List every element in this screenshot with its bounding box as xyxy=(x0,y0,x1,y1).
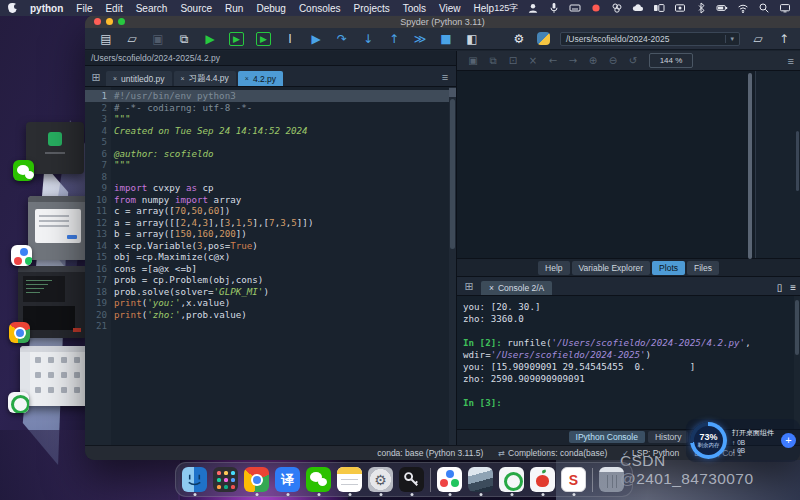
open-file-icon[interactable]: ▱ xyxy=(119,29,145,49)
dock-icon-wechat[interactable] xyxy=(306,467,331,492)
browse-tabs-icon[interactable]: ⊞ xyxy=(88,68,104,86)
apple-menu-icon[interactable] xyxy=(8,3,17,13)
tab-options-icon[interactable]: ≡ xyxy=(437,68,453,86)
code-line-5[interactable]: 5 xyxy=(85,136,456,148)
plots-options-icon[interactable]: ≡ xyxy=(788,55,794,67)
editor-scrollbar-thumb[interactable] xyxy=(450,99,455,249)
input-method-indicator[interactable]: 125字 xyxy=(494,2,518,15)
menu-item-view[interactable]: View xyxy=(439,3,461,14)
close-console-icon[interactable]: × xyxy=(489,283,494,293)
code-line-21[interactable]: 21 xyxy=(85,320,456,332)
dock-icon-chrome[interactable] xyxy=(244,467,269,492)
run-icon[interactable]: ▶ xyxy=(197,29,223,49)
maximize-pane-icon[interactable]: ◧ xyxy=(459,29,485,49)
save-all-icon[interactable]: ⧉ xyxy=(171,29,197,49)
minimized-window-dark-app[interactable] xyxy=(26,122,84,174)
browse-directory-icon[interactable]: ▱ xyxy=(750,29,766,49)
bottom-tab-ipython-console[interactable]: IPython Console xyxy=(569,431,645,443)
shapes-icon[interactable] xyxy=(610,2,623,15)
debug-stop-icon[interactable]: ■ xyxy=(433,29,459,49)
menu-item-projects[interactable]: Projects xyxy=(354,3,390,14)
run-selection-icon[interactable]: I xyxy=(277,29,303,49)
editor-scrollbar[interactable] xyxy=(449,87,456,445)
code-line-7[interactable]: 7""" xyxy=(85,159,456,171)
parent-directory-icon[interactable]: ↑ xyxy=(776,29,792,49)
menu-item-file[interactable]: File xyxy=(76,3,92,14)
step-over-icon[interactable]: ↷ xyxy=(329,29,355,49)
code-line-19[interactable]: 19print('you:',x.value) xyxy=(85,297,456,309)
dock-icon-notes[interactable] xyxy=(337,467,362,492)
bottom-tab-history[interactable]: History xyxy=(648,431,688,443)
console-output[interactable]: you: [20. 30.]zho: 3360.0In [2]: runfile… xyxy=(457,296,800,429)
code-line-17[interactable]: 17prob = cp.Problem(obj,cons) xyxy=(85,274,456,286)
code-line-9[interactable]: 9import cvxpy as cp xyxy=(85,182,456,194)
memory-widget[interactable]: 73% 剩余内存 打开桌面组件 ↑0B ↓0B + xyxy=(686,419,800,462)
pane-tab-variable-explorer[interactable]: Variable Explorer xyxy=(572,261,651,275)
save-icon[interactable]: ▣ xyxy=(145,29,171,49)
code-line-18[interactable]: 18prob.solve(solver='GLPK_MI') xyxy=(85,286,456,298)
code-line-13[interactable]: 13b = array([150,160,200]) xyxy=(85,228,456,240)
menu-app-name[interactable]: python xyxy=(30,3,63,14)
code-line-2[interactable]: 2# -*- codiarng: utf-8 -*- xyxy=(85,102,456,114)
debug-continue-icon[interactable]: ≫ xyxy=(407,29,433,49)
code-line-11[interactable]: 11c = array([70,50,60]) xyxy=(85,205,456,217)
minimized-window-gray-dialog[interactable] xyxy=(28,196,88,260)
zoom-out-icon[interactable]: ⊖ xyxy=(603,55,623,67)
step-out-icon[interactable]: ↑ xyxy=(381,29,407,49)
dock-icon-keychain[interactable] xyxy=(399,467,424,492)
user-icon[interactable] xyxy=(526,2,539,15)
maximize-window-button[interactable] xyxy=(118,18,125,25)
code-line-10[interactable]: 10from numpy import array xyxy=(85,194,456,206)
plots-scrollbar[interactable] xyxy=(748,73,752,259)
mic-icon[interactable] xyxy=(547,2,560,15)
copy-plot-icon[interactable]: ⊡ xyxy=(503,55,523,67)
menu-item-source[interactable]: Source xyxy=(180,3,212,14)
stage-manager-icon[interactable] xyxy=(652,2,665,15)
menu-item-run[interactable]: Run xyxy=(225,3,243,14)
dock-icon-preview[interactable] xyxy=(468,467,493,492)
pane-tab-help[interactable]: Help xyxy=(538,261,569,275)
close-tab-icon[interactable]: × xyxy=(181,75,185,82)
plots-strip-scrollbar-thumb[interactable] xyxy=(796,131,799,191)
code-line-3[interactable]: 3""" xyxy=(85,113,456,125)
browse-consoles-icon[interactable]: ⊞ xyxy=(461,277,477,295)
editor-tab-4.2.py[interactable]: ×4.2.py xyxy=(238,71,283,86)
python-logo-icon[interactable] xyxy=(537,32,550,45)
console-scrollbar-thumb[interactable] xyxy=(795,300,799,355)
code-line-15[interactable]: 15obj =cp.Maximize(c@x) xyxy=(85,251,456,263)
menu-item-debug[interactable]: Debug xyxy=(256,3,285,14)
run-cell-icon[interactable]: ▶ xyxy=(229,32,244,46)
code-editor[interactable]: 1#!/usr/bin/env python32# -*- codiarng: … xyxy=(85,87,456,445)
dock-icon-red-app[interactable] xyxy=(530,467,555,492)
editor-tab-untitled0.py[interactable]: ×untitled0.py xyxy=(106,71,172,86)
dock-icon-green-ring[interactable] xyxy=(499,467,524,492)
code-line-1[interactable]: 1#!/usr/bin/env python3 xyxy=(85,90,456,102)
dock-icon-launchpad[interactable] xyxy=(213,467,238,492)
conda-env-status[interactable]: conda: base (Python 3.11.5) xyxy=(377,448,483,458)
cloud-icon[interactable] xyxy=(631,2,644,15)
menu-item-tools[interactable]: Tools xyxy=(403,3,426,14)
dock-icon-finder[interactable] xyxy=(182,467,207,492)
close-tab-icon[interactable]: × xyxy=(113,75,117,82)
dock-icon-settings[interactable]: ⚙ xyxy=(368,467,393,492)
code-line-16[interactable]: 16cons =[a@x <=b] xyxy=(85,263,456,275)
console-scrollbar[interactable] xyxy=(794,296,800,429)
previous-plot-icon[interactable]: ← xyxy=(543,55,563,67)
completions-status[interactable]: ⇄ Completions: conda(base) xyxy=(498,448,607,458)
close-tab-icon[interactable]: × xyxy=(245,75,249,82)
menu-item-search[interactable]: Search xyxy=(136,3,168,14)
menu-item-consoles[interactable]: Consoles xyxy=(299,3,341,14)
dock-icon-cloud-drive[interactable] xyxy=(437,467,462,492)
code-line-4[interactable]: 4Created on Tue Sep 24 14:14:52 2024 xyxy=(85,125,456,137)
next-plot-icon[interactable]: → xyxy=(563,55,583,67)
minimized-window-light-grid[interactable] xyxy=(20,346,90,406)
display-icon[interactable] xyxy=(778,2,791,15)
plots-zoom-level[interactable]: 144 % xyxy=(649,53,693,68)
wifi-icon[interactable] xyxy=(736,2,749,15)
code-line-20[interactable]: 20print('zho:',prob.value) xyxy=(85,309,456,321)
menu-item-edit[interactable]: Edit xyxy=(105,3,122,14)
close-window-button[interactable] xyxy=(94,18,101,25)
pane-tab-files[interactable]: Files xyxy=(687,261,719,275)
console-options-icon[interactable]: ≡ xyxy=(790,282,796,293)
new-file-icon[interactable]: ▤ xyxy=(93,29,119,49)
